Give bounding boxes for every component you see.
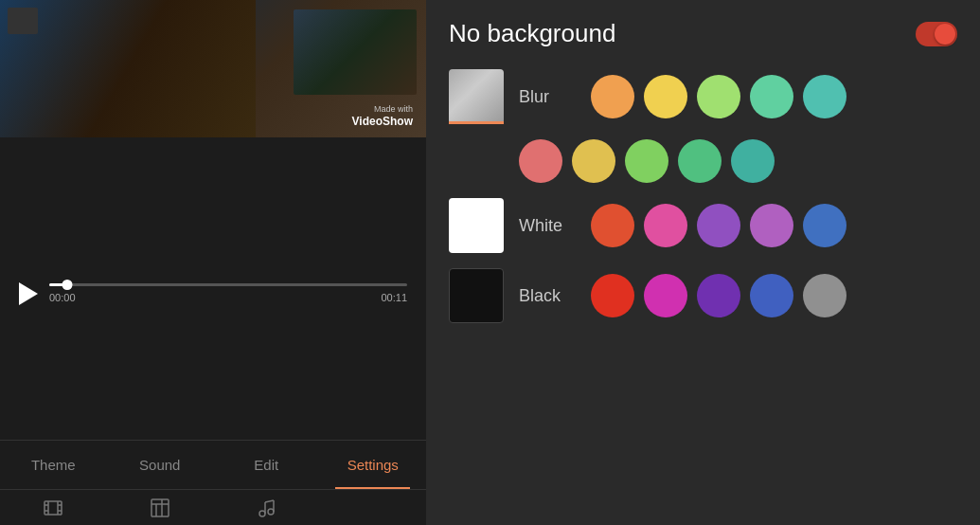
play-button[interactable] [19, 282, 38, 305]
svg-point-11 [259, 511, 265, 516]
nav-icons [0, 490, 426, 525]
left-panel: Made with VideoShow 00:00 00:11 Theme [0, 0, 426, 525]
right-panel: No background Blur [426, 0, 980, 525]
white-swatch[interactable] [449, 198, 504, 253]
blur-second-row [449, 139, 957, 183]
color-circle[interactable] [731, 139, 775, 183]
player-controls: 00:00 00:11 [19, 282, 407, 305]
black-label: Black [519, 286, 576, 306]
color-circle[interactable] [697, 204, 740, 247]
tab-edit-label: Edit [254, 457, 278, 473]
color-circle[interactable] [644, 274, 687, 317]
white-color-row [591, 204, 957, 247]
tab-theme-label: Theme [31, 457, 76, 473]
time-labels: 00:00 00:11 [49, 292, 407, 303]
toggle-switch[interactable] [916, 22, 957, 46]
color-circle[interactable] [803, 274, 846, 317]
svg-rect-0 [45, 501, 62, 515]
slideshow-icon [42, 497, 64, 519]
background-options: Blur White [449, 69, 957, 323]
tab-settings-label: Settings [347, 457, 399, 473]
blur-option-row: Blur [449, 69, 957, 124]
color-circle[interactable] [803, 75, 846, 118]
color-circle[interactable] [644, 75, 687, 118]
current-time: 00:00 [49, 292, 76, 303]
nav-icon-slideshow[interactable] [0, 497, 107, 519]
color-circle[interactable] [644, 204, 687, 247]
blur-swatch[interactable] [449, 69, 504, 124]
color-circle[interactable] [591, 75, 634, 118]
small-thumbnail [8, 8, 38, 34]
black-color-row [591, 274, 957, 317]
playback-area: 00:00 00:11 [0, 137, 426, 440]
total-time: 00:11 [381, 292, 407, 303]
video-preview: Made with VideoShow [0, 0, 426, 137]
video-thumbnail: Made with VideoShow [0, 0, 426, 137]
tab-edit[interactable]: Edit [213, 441, 320, 489]
tab-sound-label: Sound [139, 457, 180, 473]
tab-settings[interactable]: Settings [320, 441, 427, 489]
nav-tabs: Theme Sound Edit Settings [0, 441, 426, 490]
tab-theme[interactable]: Theme [0, 441, 107, 489]
black-swatch[interactable] [449, 268, 504, 323]
blur-label: Blur [519, 87, 576, 107]
watermark-app-name: VideoShow [352, 115, 413, 130]
progress-bar-container[interactable]: 00:00 00:11 [49, 283, 407, 303]
svg-rect-7 [151, 499, 169, 516]
header-row: No background [449, 19, 957, 48]
blur-color-row-2 [519, 139, 957, 183]
black-option-row: Black [449, 268, 957, 323]
music-icon [255, 497, 277, 519]
color-circle[interactable] [750, 204, 793, 247]
color-circle[interactable] [697, 75, 740, 118]
color-circle[interactable] [625, 139, 668, 183]
filter-icon [149, 497, 171, 519]
white-label: White [519, 216, 576, 236]
color-circle[interactable] [697, 274, 740, 317]
color-circle[interactable] [572, 139, 615, 183]
no-background-title: No background [449, 19, 615, 48]
nav-icon-music[interactable] [213, 497, 320, 519]
toggle-knob [935, 24, 955, 45]
blur-color-row [591, 75, 957, 118]
progress-thumb [62, 280, 72, 290]
watermark: Made with VideoShow [352, 104, 413, 130]
color-circle[interactable] [678, 139, 722, 183]
color-circle[interactable] [591, 204, 634, 247]
color-circle[interactable] [519, 139, 562, 183]
progress-track[interactable] [49, 283, 407, 286]
svg-line-14 [265, 500, 274, 502]
nav-icon-filter[interactable] [107, 497, 214, 519]
bottom-nav: Theme Sound Edit Settings [0, 440, 426, 525]
color-circle[interactable] [750, 274, 793, 317]
tab-sound[interactable]: Sound [107, 441, 214, 489]
svg-point-12 [268, 509, 274, 515]
white-option-row: White [449, 198, 957, 253]
color-circle[interactable] [803, 204, 846, 247]
watermark-made-with: Made with [352, 104, 413, 116]
color-circle[interactable] [591, 274, 634, 317]
color-circle[interactable] [750, 75, 793, 118]
